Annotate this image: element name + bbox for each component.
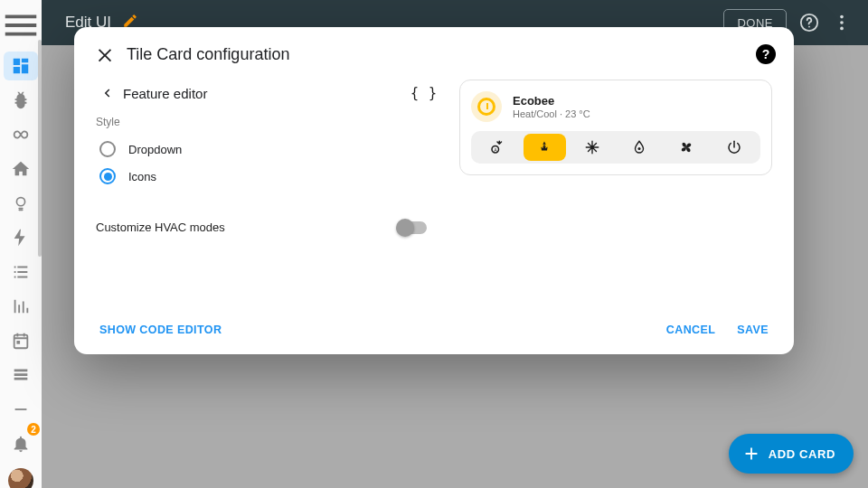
thermostat-icon xyxy=(471,91,502,122)
preview-name: Ecobee xyxy=(513,94,590,108)
add-card-fab[interactable]: ADD CARD xyxy=(729,434,854,474)
code-braces-icon[interactable]: { } xyxy=(410,85,438,101)
svg-rect-1 xyxy=(14,335,28,349)
nav-energy[interactable] xyxy=(0,221,42,255)
card-config-dialog: Tile Card configuration ? Feature editor… xyxy=(74,27,794,354)
side-rail: 2 xyxy=(0,0,42,488)
svg-point-5 xyxy=(840,21,844,24)
svg-point-4 xyxy=(840,15,844,19)
show-code-editor-button[interactable]: SHOW CODE EDITOR xyxy=(98,320,223,340)
nav-home-plus[interactable] xyxy=(0,152,42,186)
style-label: Style xyxy=(96,116,438,128)
back-button[interactable] xyxy=(96,85,118,101)
dialog-help-icon[interactable]: ? xyxy=(756,44,776,64)
hvac-mode-cool[interactable] xyxy=(571,134,613,161)
customize-hvac-label: Customize HVAC modes xyxy=(96,221,225,234)
hvac-mode-heat[interactable] xyxy=(524,134,565,161)
close-button[interactable] xyxy=(92,42,118,67)
svg-rect-2 xyxy=(16,341,20,344)
hvac-mode-off[interactable] xyxy=(713,134,755,161)
style-option-dropdown[interactable]: Dropdown xyxy=(96,136,438,163)
nav-calendar[interactable] xyxy=(0,324,42,358)
preview-state: Heat/Cool · 23 °C xyxy=(513,108,590,119)
notifications-button[interactable]: 2 xyxy=(0,427,42,461)
notifications-badge: 2 xyxy=(27,423,40,436)
nav-minus[interactable] xyxy=(0,392,42,427)
nav-chart[interactable] xyxy=(0,289,42,324)
hvac-mode-fan[interactable] xyxy=(665,134,707,161)
style-option-dropdown-label: Dropdown xyxy=(128,143,182,156)
style-option-icons-label: Icons xyxy=(128,170,156,183)
tile-card-preview: Ecobee Heat/Cool · 23 °C A xyxy=(459,80,772,175)
nav-infinity[interactable] xyxy=(0,117,42,152)
hamburger-button[interactable] xyxy=(0,7,42,43)
user-avatar[interactable] xyxy=(8,468,33,488)
radio-checked-icon xyxy=(99,168,116,184)
hvac-mode-dry[interactable] xyxy=(618,134,660,161)
svg-text:A: A xyxy=(494,147,497,153)
help-icon[interactable] xyxy=(799,13,819,33)
cancel-button[interactable]: CANCEL xyxy=(665,320,717,340)
radio-unchecked-icon xyxy=(99,141,116,157)
fab-label: ADD CARD xyxy=(769,447,835,461)
save-button[interactable]: SAVE xyxy=(735,320,770,340)
hvac-mode-auto[interactable]: A xyxy=(476,134,518,161)
customize-hvac-toggle[interactable] xyxy=(398,221,427,234)
dialog-title: Tile Card configuration xyxy=(127,45,289,64)
nav-idea[interactable] xyxy=(0,186,42,221)
hvac-modes-row: A xyxy=(471,131,760,164)
style-option-icons[interactable]: Icons xyxy=(96,163,438,190)
svg-point-6 xyxy=(840,27,844,31)
svg-point-9 xyxy=(638,147,641,150)
editor-title: Feature editor xyxy=(123,86,207,101)
overflow-icon[interactable] xyxy=(832,13,852,33)
nav-debug[interactable] xyxy=(0,83,42,117)
nav-list[interactable] xyxy=(0,255,42,289)
svg-point-0 xyxy=(16,198,24,206)
nav-dashboard[interactable] xyxy=(0,49,42,83)
nav-stack[interactable] xyxy=(0,358,42,392)
